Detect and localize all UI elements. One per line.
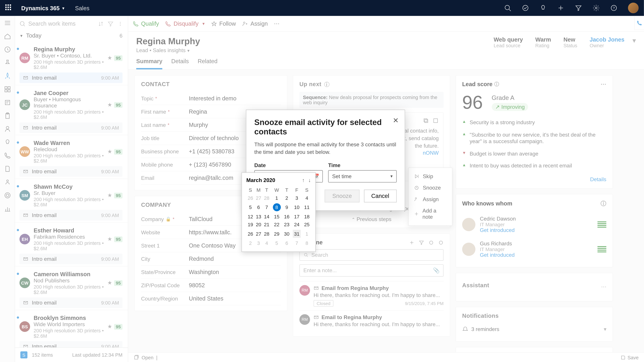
refresh-icon[interactable] — [438, 240, 444, 245]
leads-icon[interactable] — [4, 139, 11, 146]
menu-icon[interactable] — [4, 19, 11, 26]
user-avatar[interactable] — [628, 3, 639, 13]
calendar-month[interactable]: March 2020 — [246, 177, 275, 183]
calendar-day[interactable]: 29 — [271, 228, 282, 239]
task-icon[interactable] — [522, 4, 529, 11]
item-activity[interactable]: Intro email9:00 AM — [20, 254, 122, 264]
calendar-day[interactable]: 6 — [254, 202, 262, 213]
next-month-icon[interactable]: ↓ — [308, 177, 311, 183]
calendar-day[interactable]: 21 — [263, 221, 271, 228]
calendar-day[interactable]: 2 — [283, 194, 291, 202]
calendar-day[interactable]: 8 — [303, 239, 311, 247]
calendar-day[interactable]: 31 — [291, 228, 303, 239]
worklist-item[interactable]: SM Shawn McCoy Sr. Buyer 200 High resolu… — [15, 179, 128, 223]
calendar-day[interactable]: 2 — [246, 239, 254, 247]
gear-icon[interactable] — [428, 240, 434, 245]
chart-icon[interactable] — [4, 205, 11, 212]
worklist-item[interactable]: CW Cameron Williamson Nod Publishers 200… — [15, 267, 128, 310]
field-row[interactable]: ZIP/Postal Code98052 — [141, 279, 281, 292]
star-icon[interactable]: ★ — [107, 236, 112, 242]
time-input[interactable]: Set time▾ — [328, 170, 397, 182]
tab-details[interactable]: Details — [171, 58, 189, 69]
open-icon[interactable] — [432, 117, 439, 123]
upnext-link[interactable]: nONW — [423, 150, 439, 156]
get-introduced-link[interactable]: Get introduced — [480, 227, 516, 233]
calendar-day[interactable]: 30 — [283, 228, 291, 239]
calendar-day[interactable]: 28 — [263, 194, 271, 202]
more-icon[interactable]: ⋯ — [601, 284, 606, 290]
snooze-button[interactable]: Snooze — [325, 189, 360, 202]
phone-dock[interactable] — [634, 16, 644, 30]
notifications-text[interactable]: 3 reminders — [471, 326, 499, 332]
calendar-day[interactable]: 5 — [246, 202, 254, 213]
calendar-day[interactable]: 5 — [271, 239, 282, 247]
close-icon[interactable]: ✕ — [393, 116, 398, 125]
calendar-day[interactable]: 10 — [291, 202, 303, 213]
calendar-day[interactable]: 1 — [271, 194, 282, 202]
copy-icon[interactable] — [423, 117, 429, 123]
call-icon[interactable] — [4, 152, 11, 159]
calendar-day[interactable]: 27 — [254, 228, 262, 239]
menu-skip[interactable]: Skip — [409, 171, 452, 182]
item-activity[interactable]: Intro email9:00 AM — [20, 72, 122, 83]
calendar-day[interactable]: 9 — [283, 202, 291, 213]
calendar-day[interactable]: 7 — [263, 202, 271, 213]
popout-icon[interactable] — [134, 355, 139, 360]
item-activity[interactable]: Intro email9:00 AM — [20, 122, 122, 133]
worklist-item[interactable]: JC Jane Cooper Buyer • Humongous Insuran… — [15, 85, 128, 135]
calendar-day[interactable]: 1 — [303, 228, 311, 239]
save-label[interactable]: Save — [628, 355, 639, 360]
star-icon[interactable]: ★ — [107, 102, 112, 108]
clipboard-icon[interactable] — [4, 112, 11, 119]
pinned-icon[interactable] — [4, 59, 11, 66]
calendar-day[interactable]: 16 — [283, 213, 291, 220]
timeline-note-input[interactable]: Enter a note...📎 — [299, 264, 444, 277]
assign-button[interactable]: Assign — [242, 20, 268, 27]
star-icon[interactable]: ★ — [107, 148, 112, 155]
calendar-day[interactable]: 25 — [303, 221, 311, 228]
worklist-item[interactable]: RM Regina Murphy Sr. Buyer • Contoso, Lt… — [15, 41, 128, 85]
chevron-down-icon[interactable]: ▾ — [187, 48, 190, 53]
chevron-down-icon[interactable]: ▾ — [604, 326, 606, 332]
sort-icon[interactable] — [98, 21, 104, 27]
cancel-button[interactable]: Cancel — [364, 189, 397, 202]
field-row[interactable]: Topic*Interested in demo — [141, 92, 281, 105]
add-icon[interactable] — [409, 240, 414, 245]
calendar-day[interactable]: 22 — [271, 221, 282, 228]
attach-icon[interactable]: 📎 — [433, 268, 440, 274]
target-icon[interactable] — [4, 192, 11, 199]
contacts-icon[interactable] — [4, 125, 11, 133]
expand-header-icon[interactable]: ▾ — [632, 36, 636, 44]
lightbulb-icon[interactable] — [540, 4, 546, 11]
field-row[interactable]: CityRedmond — [141, 252, 281, 266]
brand-chevron-icon[interactable]: ▾ — [62, 5, 64, 10]
star-icon[interactable]: ★ — [107, 280, 112, 286]
calendar-day[interactable]: 19 — [246, 221, 254, 228]
person-icon[interactable] — [4, 178, 11, 186]
calendar-day[interactable]: 6 — [283, 239, 291, 247]
calendar-day[interactable]: 13 — [254, 213, 262, 220]
calendar-day[interactable]: 4 — [303, 194, 311, 202]
calendar-day[interactable]: 17 — [291, 213, 303, 220]
calendar-day[interactable]: 28 — [263, 228, 271, 239]
worklist-item[interactable]: WW Wade Warren Relecloud 200 High resolu… — [15, 135, 128, 179]
header-stat[interactable]: Jacob JonesOwner — [590, 36, 624, 48]
calendar-day[interactable]: 24 — [291, 221, 303, 228]
calendar-day[interactable]: 26 — [246, 228, 254, 239]
tab-summary[interactable]: Summary — [136, 58, 162, 69]
item-activity[interactable]: Intro email9:00 AM — [20, 341, 122, 348]
info-icon[interactable]: ⓘ — [600, 200, 606, 208]
get-introduced-link[interactable]: Get introduced — [480, 252, 515, 258]
timeline-search[interactable]: Search — [299, 249, 444, 261]
filter-icon[interactable] — [575, 4, 582, 11]
tab-related[interactable]: Related — [198, 58, 218, 69]
activities-icon[interactable] — [4, 99, 11, 106]
calendar-day[interactable]: 23 — [283, 221, 291, 228]
disqualify-button[interactable]: Disqualify▾ — [165, 20, 205, 27]
follow-button[interactable]: Follow — [211, 20, 236, 27]
app-launcher-icon[interactable] — [5, 4, 12, 11]
item-activity[interactable]: Intro email9:00 AM — [20, 298, 122, 308]
details-link[interactable]: Details — [590, 176, 606, 183]
gear-icon[interactable] — [593, 4, 600, 11]
search-icon[interactable] — [504, 4, 511, 11]
